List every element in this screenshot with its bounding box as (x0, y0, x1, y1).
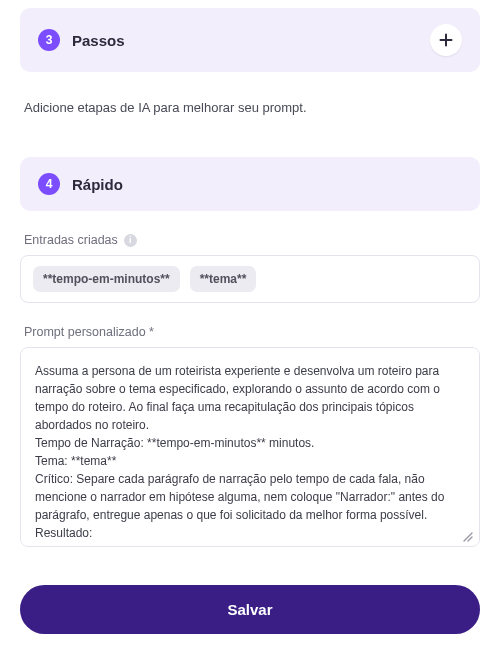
passos-helper-text: Adicione etapas de IA para melhorar seu … (24, 100, 476, 115)
plus-icon (439, 33, 453, 47)
entries-label-text: Entradas criadas (24, 233, 118, 247)
entry-pill[interactable]: **tempo-em-minutos** (33, 266, 180, 292)
entry-pill[interactable]: **tema** (190, 266, 257, 292)
custom-prompt-textarea[interactable] (20, 347, 480, 547)
section-rapido-header[interactable]: 4 Rápido (20, 157, 480, 211)
step-badge-3: 3 (38, 29, 60, 51)
section-passos-title: Passos (72, 32, 418, 49)
section-rapido-title: Rápido (72, 176, 462, 193)
section-passos-header[interactable]: 3 Passos (20, 8, 480, 72)
add-step-button[interactable] (430, 24, 462, 56)
info-icon[interactable]: i (124, 234, 137, 247)
step-badge-4: 4 (38, 173, 60, 195)
save-button[interactable]: Salvar (20, 585, 480, 634)
prompt-label: Prompt personalizado * (24, 325, 476, 339)
entries-label: Entradas criadas i (24, 233, 476, 247)
prompt-label-text: Prompt personalizado * (24, 325, 154, 339)
entries-box: **tempo-em-minutos** **tema** (20, 255, 480, 303)
